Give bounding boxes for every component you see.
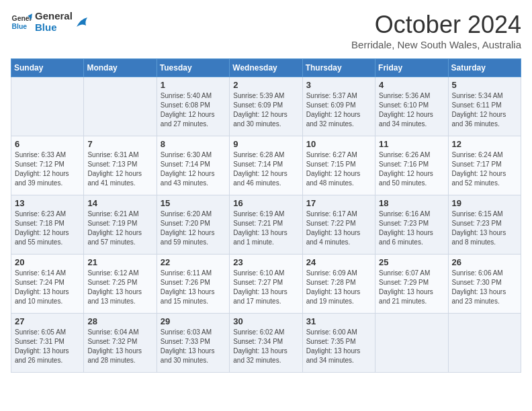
day-number: 24 xyxy=(306,257,371,267)
calendar-cell: 26Sunrise: 6:06 AM Sunset: 7:30 PM Dayli… xyxy=(448,255,521,314)
calendar-cell: 16Sunrise: 6:19 AM Sunset: 7:21 PM Dayli… xyxy=(230,195,302,255)
page-header: General Blue General Blue October 2024 B… xyxy=(11,11,521,50)
calendar-cell: 20Sunrise: 6:14 AM Sunset: 7:24 PM Dayli… xyxy=(11,255,84,314)
day-info: Sunrise: 6:19 AM Sunset: 7:21 PM Dayligh… xyxy=(233,210,298,247)
day-info: Sunrise: 6:02 AM Sunset: 7:34 PM Dayligh… xyxy=(233,328,298,365)
calendar-cell xyxy=(375,314,448,373)
calendar-cell: 10Sunrise: 6:27 AM Sunset: 7:15 PM Dayli… xyxy=(302,136,375,195)
calendar-cell: 17Sunrise: 6:17 AM Sunset: 7:22 PM Dayli… xyxy=(302,195,375,255)
day-info: Sunrise: 5:39 AM Sunset: 6:09 PM Dayligh… xyxy=(233,91,298,129)
day-info: Sunrise: 6:30 AM Sunset: 7:14 PM Dayligh… xyxy=(161,150,226,188)
day-info: Sunrise: 6:06 AM Sunset: 7:30 PM Dayligh… xyxy=(452,269,517,306)
location-subtitle: Berridale, New South Wales, Australia xyxy=(351,39,521,50)
header-saturday: Saturday xyxy=(448,59,521,77)
calendar-cell: 18Sunrise: 6:16 AM Sunset: 7:23 PM Dayli… xyxy=(375,195,448,255)
header-monday: Monday xyxy=(84,59,157,77)
day-number: 11 xyxy=(379,139,444,149)
day-number: 2 xyxy=(233,80,298,90)
calendar-cell: 7Sunrise: 6:31 AM Sunset: 7:13 PM Daylig… xyxy=(84,136,157,195)
day-info: Sunrise: 6:07 AM Sunset: 7:29 PM Dayligh… xyxy=(379,269,444,306)
day-number: 25 xyxy=(379,257,444,267)
header-sunday: Sunday xyxy=(11,59,84,77)
calendar-header: SundayMondayTuesdayWednesdayThursdayFrid… xyxy=(11,59,521,77)
header-row: SundayMondayTuesdayWednesdayThursdayFrid… xyxy=(11,59,521,77)
day-number: 18 xyxy=(379,198,444,208)
week-row-5: 27Sunrise: 6:05 AM Sunset: 7:31 PM Dayli… xyxy=(11,314,521,373)
day-info: Sunrise: 6:14 AM Sunset: 7:24 PM Dayligh… xyxy=(15,269,80,306)
calendar-cell: 29Sunrise: 6:03 AM Sunset: 7:33 PM Dayli… xyxy=(157,314,229,373)
day-info: Sunrise: 6:24 AM Sunset: 7:17 PM Dayligh… xyxy=(452,150,517,188)
logo-blue: Blue xyxy=(35,22,73,34)
calendar-cell: 23Sunrise: 6:10 AM Sunset: 7:27 PM Dayli… xyxy=(230,255,302,314)
day-info: Sunrise: 6:11 AM Sunset: 7:26 PM Dayligh… xyxy=(161,269,226,306)
day-info: Sunrise: 6:31 AM Sunset: 7:13 PM Dayligh… xyxy=(87,150,152,188)
calendar-cell: 1Sunrise: 5:40 AM Sunset: 6:08 PM Daylig… xyxy=(157,77,229,136)
svg-text:Blue: Blue xyxy=(12,22,28,30)
day-number: 14 xyxy=(87,198,152,208)
week-row-3: 13Sunrise: 6:23 AM Sunset: 7:18 PM Dayli… xyxy=(11,195,521,255)
day-number: 27 xyxy=(15,316,80,326)
logo: General Blue General Blue xyxy=(11,11,90,33)
day-info: Sunrise: 5:34 AM Sunset: 6:11 PM Dayligh… xyxy=(452,91,517,129)
day-info: Sunrise: 6:20 AM Sunset: 7:20 PM Dayligh… xyxy=(161,210,226,247)
day-number: 13 xyxy=(15,198,80,208)
header-thursday: Thursday xyxy=(302,59,375,77)
day-number: 29 xyxy=(161,316,226,326)
calendar-cell: 31Sunrise: 6:00 AM Sunset: 7:35 PM Dayli… xyxy=(302,314,375,373)
calendar-cell xyxy=(448,314,521,373)
day-info: Sunrise: 6:16 AM Sunset: 7:23 PM Dayligh… xyxy=(379,210,444,247)
day-info: Sunrise: 6:26 AM Sunset: 7:16 PM Dayligh… xyxy=(379,150,444,188)
calendar-cell: 24Sunrise: 6:09 AM Sunset: 7:28 PM Dayli… xyxy=(302,255,375,314)
calendar-cell: 27Sunrise: 6:05 AM Sunset: 7:31 PM Dayli… xyxy=(11,314,84,373)
calendar-cell xyxy=(11,77,84,136)
day-info: Sunrise: 6:21 AM Sunset: 7:19 PM Dayligh… xyxy=(87,210,152,247)
logo-bird-icon xyxy=(75,15,90,30)
day-number: 19 xyxy=(452,198,517,208)
day-info: Sunrise: 6:03 AM Sunset: 7:33 PM Dayligh… xyxy=(161,328,226,365)
day-number: 8 xyxy=(161,139,226,149)
day-info: Sunrise: 6:12 AM Sunset: 7:25 PM Dayligh… xyxy=(87,269,152,306)
week-row-1: 1Sunrise: 5:40 AM Sunset: 6:08 PM Daylig… xyxy=(11,77,521,136)
calendar-body: 1Sunrise: 5:40 AM Sunset: 6:08 PM Daylig… xyxy=(11,77,521,373)
day-info: Sunrise: 5:40 AM Sunset: 6:08 PM Dayligh… xyxy=(161,91,226,129)
logo-general: General xyxy=(35,11,73,22)
calendar-cell: 12Sunrise: 6:24 AM Sunset: 7:17 PM Dayli… xyxy=(448,136,521,195)
day-info: Sunrise: 6:10 AM Sunset: 7:27 PM Dayligh… xyxy=(233,269,298,306)
day-number: 6 xyxy=(15,139,80,149)
calendar-cell: 25Sunrise: 6:07 AM Sunset: 7:29 PM Dayli… xyxy=(375,255,448,314)
calendar-cell: 6Sunrise: 6:33 AM Sunset: 7:12 PM Daylig… xyxy=(11,136,84,195)
day-info: Sunrise: 5:36 AM Sunset: 6:10 PM Dayligh… xyxy=(379,91,444,129)
week-row-4: 20Sunrise: 6:14 AM Sunset: 7:24 PM Dayli… xyxy=(11,255,521,314)
day-info: Sunrise: 6:09 AM Sunset: 7:28 PM Dayligh… xyxy=(306,269,371,306)
day-number: 15 xyxy=(161,198,226,208)
title-block: October 2024 Berridale, New South Wales,… xyxy=(351,11,521,50)
day-number: 4 xyxy=(379,80,444,90)
day-info: Sunrise: 6:23 AM Sunset: 7:18 PM Dayligh… xyxy=(15,210,80,247)
calendar-cell: 5Sunrise: 5:34 AM Sunset: 6:11 PM Daylig… xyxy=(448,77,521,136)
calendar-cell: 13Sunrise: 6:23 AM Sunset: 7:18 PM Dayli… xyxy=(11,195,84,255)
calendar-cell: 8Sunrise: 6:30 AM Sunset: 7:14 PM Daylig… xyxy=(157,136,229,195)
calendar-cell: 19Sunrise: 6:15 AM Sunset: 7:23 PM Dayli… xyxy=(448,195,521,255)
logo-icon: General Blue xyxy=(11,11,32,33)
day-info: Sunrise: 6:04 AM Sunset: 7:32 PM Dayligh… xyxy=(87,328,152,365)
day-number: 21 xyxy=(87,257,152,267)
day-info: Sunrise: 6:28 AM Sunset: 7:14 PM Dayligh… xyxy=(233,150,298,188)
calendar-cell: 28Sunrise: 6:04 AM Sunset: 7:32 PM Dayli… xyxy=(84,314,157,373)
day-number: 31 xyxy=(306,316,371,326)
calendar-cell: 21Sunrise: 6:12 AM Sunset: 7:25 PM Dayli… xyxy=(84,255,157,314)
day-info: Sunrise: 6:15 AM Sunset: 7:23 PM Dayligh… xyxy=(452,210,517,247)
calendar-cell: 14Sunrise: 6:21 AM Sunset: 7:19 PM Dayli… xyxy=(84,195,157,255)
header-tuesday: Tuesday xyxy=(157,59,229,77)
day-number: 10 xyxy=(306,139,371,149)
calendar-cell: 2Sunrise: 5:39 AM Sunset: 6:09 PM Daylig… xyxy=(230,77,302,136)
day-number: 23 xyxy=(233,257,298,267)
day-info: Sunrise: 6:17 AM Sunset: 7:22 PM Dayligh… xyxy=(306,210,371,247)
month-title: October 2024 xyxy=(351,11,521,39)
day-number: 26 xyxy=(452,257,517,267)
calendar-cell: 15Sunrise: 6:20 AM Sunset: 7:20 PM Dayli… xyxy=(157,195,229,255)
calendar-cell: 4Sunrise: 5:36 AM Sunset: 6:10 PM Daylig… xyxy=(375,77,448,136)
calendar-cell: 30Sunrise: 6:02 AM Sunset: 7:34 PM Dayli… xyxy=(230,314,302,373)
day-number: 12 xyxy=(452,139,517,149)
header-wednesday: Wednesday xyxy=(230,59,302,77)
calendar-cell: 3Sunrise: 5:37 AM Sunset: 6:09 PM Daylig… xyxy=(302,77,375,136)
